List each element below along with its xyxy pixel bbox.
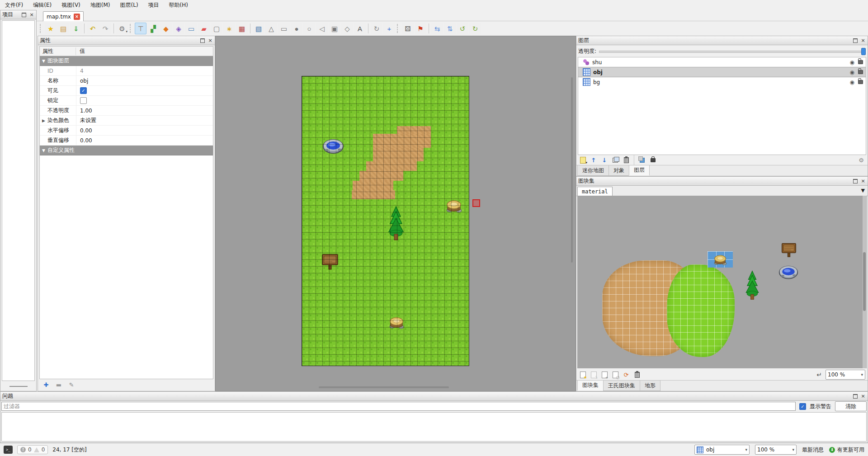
map-view[interactable] (215, 36, 576, 391)
new-layer-button[interactable]: ▾ (578, 155, 588, 165)
clear-button[interactable]: 清除 (835, 401, 867, 411)
tileset-dropdown-icon[interactable]: ▼ (861, 188, 865, 193)
remove-property-button[interactable]: ▬ (55, 381, 63, 388)
tab-map-tmx[interactable]: map.tmx × (43, 11, 84, 21)
float-panel-icon[interactable] (21, 12, 27, 18)
property-row[interactable]: 不透明度1.00 (40, 106, 213, 116)
stump-sprite[interactable] (444, 198, 464, 213)
sign-sprite[interactable] (321, 253, 339, 271)
property-row[interactable]: 垂直偏移0.00 (40, 136, 213, 146)
tileset-pond-sprite[interactable] (778, 263, 798, 281)
layer-row-shu[interactable]: shu◉ (578, 57, 866, 67)
redo-button[interactable]: ↷ (99, 23, 111, 34)
lower-layer-button[interactable]: ↓ (599, 155, 609, 165)
property-group-row[interactable]: ▼自定义属性 (40, 146, 213, 155)
execute-button[interactable]: ⚙▾ (116, 23, 128, 34)
tab-wang-tilesets[interactable]: 王氏图块集 (603, 381, 640, 391)
stamp-brush-tool-button[interactable]: ⊤ (135, 23, 146, 34)
random-mode-toggle-button[interactable]: ⚄ (402, 23, 414, 34)
dirt-tiles[interactable] (397, 126, 431, 134)
property-value[interactable]: 1.00 (76, 106, 213, 115)
embed-tileset-button[interactable]: ↴ (589, 370, 599, 380)
tileset-selected-tile[interactable] (708, 251, 733, 268)
float-panel-icon[interactable] (853, 394, 858, 399)
menu-view[interactable]: 视图(V) (57, 0, 85, 10)
property-row[interactable]: 水平偏移0.00 (40, 126, 213, 136)
console-toggle-icon[interactable]: >_ (4, 446, 13, 454)
tab-terrain[interactable]: 地形 (640, 381, 660, 391)
export-tileset-button[interactable]: ＋ (599, 370, 609, 380)
offset-map-tool-button[interactable]: + (383, 23, 395, 34)
layer-lock-icon[interactable] (858, 70, 863, 74)
insert-ellipse-tool-button[interactable]: ○ (303, 23, 315, 34)
dirt-tiles[interactable] (373, 134, 431, 148)
tileset-zoom-combobox[interactable]: 100 % ▾ (826, 370, 865, 380)
close-panel-icon[interactable]: × (860, 38, 866, 43)
edit-polygons-tool-button[interactable]: △ (265, 23, 277, 34)
row-expander-icon[interactable]: ▶ (40, 118, 47, 123)
layer-visibility-icon[interactable]: ◉ (850, 60, 854, 65)
map-canvas[interactable] (302, 76, 469, 366)
add-property-button[interactable]: ✚ (42, 381, 50, 388)
lock-layer-toggle[interactable] (648, 155, 658, 165)
opacity-slider-handle[interactable] (861, 48, 866, 55)
close-panel-icon[interactable]: × (29, 12, 34, 18)
menu-project[interactable]: 项目 (143, 0, 164, 10)
property-value[interactable]: 0.00 (76, 126, 213, 135)
property-group-row[interactable]: ▼图块图层 (40, 56, 213, 66)
update-available-button[interactable]: ⬇ 有更新可用 (829, 446, 864, 454)
select-objects-tool-button[interactable]: ▧ (253, 23, 264, 34)
scrollbar-thumb[interactable] (863, 252, 866, 311)
insert-point-tool-button[interactable]: ● (291, 23, 302, 34)
layer-row-obj[interactable]: obj◉ (578, 67, 866, 77)
menu-edit[interactable]: 编辑(E) (28, 0, 57, 10)
stump-sprite[interactable] (387, 315, 406, 329)
property-checkbox[interactable]: ✓ (80, 87, 87, 94)
remove-layer-button[interactable] (621, 155, 631, 165)
news-button[interactable]: 最新消息 (802, 446, 824, 454)
property-row[interactable]: ▶染色颜色未设置 (40, 116, 213, 126)
filter-input[interactable] (1, 402, 796, 411)
terrain-brush-tool-button[interactable]: ▞ (147, 23, 159, 34)
dirt-tiles[interactable] (373, 148, 424, 161)
rect-select-tool-button[interactable]: ▢ (211, 23, 222, 34)
highlight-layer-toggle[interactable] (637, 155, 647, 165)
float-panel-icon[interactable] (853, 179, 858, 184)
tab-tileset-material[interactable]: material (577, 187, 613, 196)
rotate-objects-tool-button[interactable]: ↻ (371, 23, 382, 34)
raise-layer-button[interactable]: ↑ (589, 155, 599, 165)
splitter-handle[interactable] (9, 386, 28, 387)
flip-vertical-button[interactable]: ⇅ (444, 23, 456, 34)
tileset-vertical-scrollbar[interactable] (863, 196, 866, 368)
menu-help[interactable]: 帮助(H) (164, 0, 193, 10)
tree-sprite[interactable] (387, 206, 405, 242)
tab-layers[interactable]: 图层 (629, 165, 650, 176)
eraser-tool-button[interactable]: ▰ (198, 23, 210, 34)
show-warnings-checkbox[interactable]: ✓ (799, 403, 806, 410)
insert-text-tool-button[interactable]: A (354, 23, 366, 34)
layers-settings-icon[interactable]: ⚙ (856, 155, 866, 165)
rectangle-fill-tool-button[interactable]: ▭ (185, 23, 197, 34)
shape-fill-tool-button[interactable]: ◈ (173, 23, 184, 34)
terrain-mode-toggle-button[interactable]: ⚑ (415, 23, 426, 34)
same-tile-select-tool-button[interactable]: ▦ (236, 23, 248, 34)
map-horizontal-scrollbar[interactable] (319, 386, 449, 388)
layer-visibility-icon[interactable]: ◉ (850, 70, 854, 75)
close-panel-icon[interactable]: × (860, 394, 866, 399)
property-row[interactable]: ID4 (40, 66, 213, 76)
tab-minimap[interactable]: 迷你地图 (577, 165, 609, 176)
new-file-button[interactable]: ★ (45, 23, 57, 34)
rotate-left-button[interactable]: ↺ (457, 23, 468, 34)
row-expander-icon[interactable]: ▼ (40, 59, 47, 63)
insert-tile-tool-button[interactable]: ▣ (329, 23, 340, 34)
property-checkbox[interactable] (80, 97, 87, 104)
property-value[interactable]: obj (76, 76, 213, 85)
tileset-grass-tiles[interactable] (667, 264, 735, 357)
property-row[interactable]: 名称obj (40, 76, 213, 86)
tileset-tree-sprite[interactable] (745, 266, 760, 305)
tab-tilesets[interactable]: 图块集 (577, 381, 604, 391)
dirt-tiles[interactable] (352, 190, 395, 199)
menu-map[interactable]: 地图(M) (85, 0, 115, 10)
project-tree[interactable] (2, 20, 35, 381)
undo-button[interactable]: ↶ (87, 23, 99, 34)
